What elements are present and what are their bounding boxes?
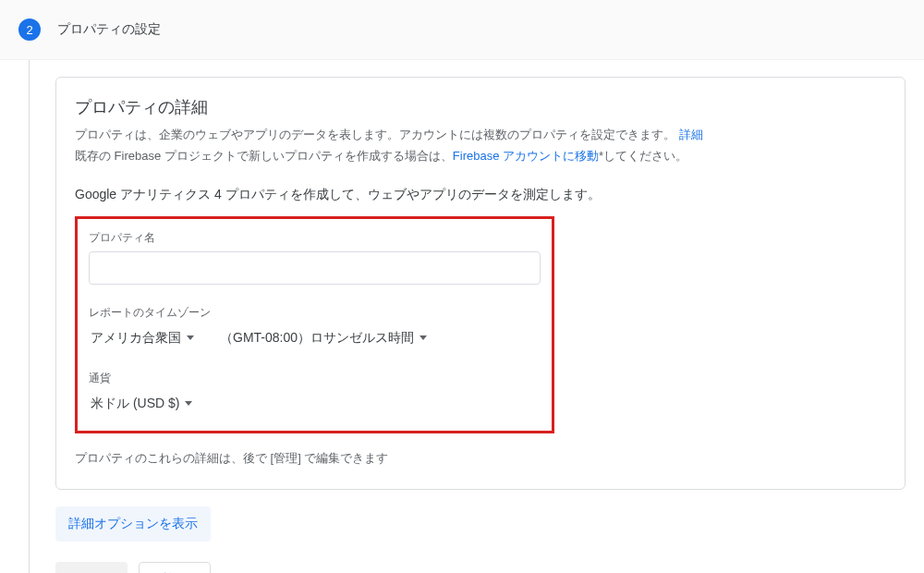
desc-text: 既存の Firebase プロジェクトで新しいプロパティを作成する場合は、 [75, 149, 453, 163]
details-link[interactable]: 詳細 [679, 128, 703, 141]
show-advanced-options-button[interactable]: 詳細オプションを表示 [55, 506, 211, 542]
timezone-label: レポートのタイムゾーン [89, 305, 541, 321]
highlighted-form-area: プロパティ名 レポートのタイムゾーン アメリカ合衆国 （GMT-08:00）ロサ… [75, 216, 554, 433]
card-description-line2: 既存の Firebase プロジェクトで新しいプロパティを作成する場合は、Fir… [75, 147, 886, 166]
chevron-down-icon [187, 335, 194, 340]
timezone-country-value: アメリカ合衆国 [91, 330, 181, 347]
timezone-value-dropdown[interactable]: （GMT-08:00）ロサンゼルス時間 [218, 326, 429, 350]
chevron-down-icon [419, 335, 427, 340]
step-number-badge: 2 [18, 18, 41, 41]
stepper-line [0, 60, 37, 573]
navigation-buttons: 次へ 前へ [55, 562, 906, 573]
firebase-link[interactable]: Firebase アカウントに移動 [453, 149, 599, 163]
next-button: 次へ [55, 562, 128, 573]
card-title: プロパティの詳細 [75, 96, 886, 118]
currency-value: 米ドル (USD $) [91, 396, 179, 412]
card-description-line1: プロパティは、企業のウェブやアプリのデータを表します。アカウントには複数のプロパ… [75, 126, 886, 145]
section-lead: Google アナリティクス 4 プロパティを作成して、ウェブやアプリのデータを… [75, 187, 886, 203]
previous-button[interactable]: 前へ [139, 562, 211, 573]
currency-dropdown[interactable]: 米ドル (USD $) [89, 392, 194, 416]
step-header: 2 プロパティの設定 [0, 0, 924, 60]
desc-text: プロパティは、企業のウェブやアプリのデータを表します。アカウントには複数のプロパ… [75, 128, 679, 141]
desc-text: *してください。 [599, 149, 687, 163]
timezone-value: （GMT-08:00）ロサンゼルス時間 [220, 330, 414, 347]
currency-label: 通貨 [89, 371, 541, 386]
property-name-input[interactable] [89, 251, 541, 285]
timezone-country-dropdown[interactable]: アメリカ合衆国 [89, 326, 196, 350]
edit-later-note: プロパティのこれらの詳細は、後で [管理] で編集できます [75, 450, 886, 467]
step-title: プロパティの設定 [57, 21, 161, 38]
property-details-card: プロパティの詳細 プロパティは、企業のウェブやアプリのデータを表します。アカウン… [55, 77, 906, 490]
chevron-down-icon [185, 401, 192, 406]
property-name-label: プロパティ名 [89, 230, 541, 246]
